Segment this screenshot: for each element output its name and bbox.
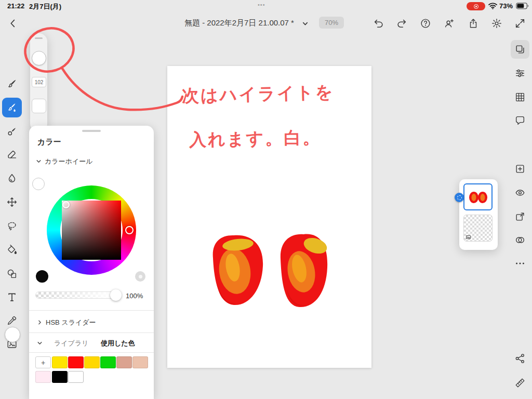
title-dropdown-chevron[interactable] — [301, 20, 309, 28]
hsb-section-chevron-right-icon[interactable] — [36, 319, 43, 326]
share-icon[interactable] — [467, 17, 480, 30]
battery-icon — [516, 3, 529, 9]
grid-icon[interactable] — [511, 88, 529, 107]
swatch-section-chevron-down-icon[interactable] — [36, 340, 43, 347]
white-color-chip[interactable] — [32, 178, 45, 190]
right-toolbar — [507, 34, 532, 398]
account-icon[interactable] — [442, 17, 456, 30]
opacity-value: 100% — [126, 292, 143, 300]
collaborate-icon[interactable] — [511, 349, 529, 368]
screen-record-icon[interactable] — [467, 2, 485, 10]
tab-used-colors[interactable]: 使用した色 — [101, 339, 135, 348]
tab-library[interactable]: ライブラリ — [54, 339, 89, 348]
smudge-tool[interactable] — [2, 168, 22, 188]
eraser-tool[interactable] — [2, 144, 22, 164]
color-panel: カラー カラーホイール 100% HSB スライダー ライブラ — [29, 126, 154, 399]
swatch[interactable] — [132, 356, 148, 368]
strip-drag-handle[interactable] — [35, 37, 43, 39]
more-options-icon[interactable] — [511, 254, 529, 273]
hue-marker[interactable] — [125, 226, 134, 234]
swatch[interactable] — [35, 371, 51, 383]
artboard[interactable]: 次はハイライトを 入れます。白。 — [167, 66, 371, 368]
hsb-section-label[interactable]: HSB スライダー — [46, 318, 96, 327]
shapes-tool[interactable] — [2, 264, 22, 284]
panel-drag-handle[interactable] — [82, 130, 101, 132]
layers-panel — [459, 179, 498, 250]
tool-options-strip: 102 — [30, 33, 47, 132]
wheel-section-chevron-down-icon[interactable] — [35, 158, 42, 165]
swatch[interactable] — [52, 371, 68, 383]
transform-tool[interactable] — [2, 192, 22, 212]
ruler-icon[interactable] — [511, 374, 529, 392]
layer-thumbnail-background[interactable] — [463, 215, 493, 242]
zoom-badge[interactable]: 70% — [319, 17, 344, 29]
fullscreen-icon[interactable] — [513, 17, 527, 30]
adjustments-icon[interactable] — [511, 64, 529, 83]
add-layer-icon[interactable] — [511, 159, 529, 178]
redo-icon[interactable] — [395, 17, 408, 30]
sb-marker[interactable] — [62, 201, 70, 208]
swatch[interactable] — [116, 356, 132, 368]
visibility-eye-icon[interactable] — [511, 183, 529, 202]
status-time: 21:22 — [7, 2, 24, 10]
wheel-section-label[interactable]: カラーホイール — [45, 157, 93, 166]
no-color-chip[interactable] — [135, 271, 145, 282]
color-panel-title: カラー — [37, 137, 61, 147]
opacity-slider-knob[interactable] — [110, 289, 122, 301]
mixer-brush-tool[interactable] — [2, 122, 22, 141]
help-icon[interactable] — [419, 17, 432, 30]
saturation-brightness-square[interactable] — [62, 201, 121, 260]
opacity-slider-track[interactable] — [35, 291, 122, 299]
settings-gear-icon[interactable] — [490, 17, 503, 30]
wifi-icon — [488, 3, 497, 9]
left-toolbar — [0, 34, 25, 398]
swatch[interactable] — [68, 356, 84, 368]
divider — [29, 310, 154, 311]
document-title[interactable]: 無題 - 2022年2月7日 21.00.07 * — [184, 18, 294, 28]
brush-size-label: 102 — [35, 79, 44, 85]
brush-preview-swatch[interactable] — [32, 99, 46, 113]
divider — [29, 352, 154, 353]
background-layer-icon — [466, 234, 471, 240]
black-color-chip[interactable] — [36, 270, 48, 283]
painted-apples — [167, 66, 371, 368]
back-chevron[interactable] — [6, 17, 20, 30]
blend-mode-icon[interactable] — [511, 231, 529, 249]
battery-percent: 73% — [499, 2, 513, 10]
brush-size-value[interactable]: 102 — [32, 77, 46, 87]
header-toolbar: 無題 - 2022年2月7日 21.00.07 * 70% — [0, 12, 532, 34]
add-swatch-button[interactable]: + — [35, 356, 51, 368]
status-date: 2月7日(月) — [29, 2, 61, 11]
fresco-app: 21:22 2月7日(月) ••• 73% 無題 - 2022年2月7日 21.… — [0, 0, 532, 399]
status-center-dots: ••• — [258, 2, 265, 8]
swatch[interactable] — [52, 356, 68, 368]
color-puck[interactable] — [5, 327, 20, 342]
brush-size-control[interactable] — [32, 51, 46, 65]
live-brush-tool[interactable] — [2, 98, 22, 117]
status-bar: 21:22 2月7日(月) ••• 73% — [0, 0, 532, 12]
lasso-select-tool[interactable] — [2, 216, 22, 236]
fill-tool[interactable] — [2, 240, 22, 260]
layer-thumbnail-selected[interactable] — [463, 183, 493, 210]
divider — [29, 332, 154, 333]
text-tool[interactable] — [2, 287, 22, 307]
paint-brush-tool[interactable] — [2, 74, 22, 94]
swatch[interactable] — [100, 356, 116, 368]
layers-icon[interactable] — [511, 40, 529, 59]
swatch[interactable] — [68, 371, 84, 383]
undo-icon[interactable] — [372, 17, 385, 30]
layer-transform-icon[interactable] — [511, 207, 529, 226]
comment-icon[interactable] — [511, 111, 529, 130]
swatch[interactable] — [84, 356, 100, 368]
annotation-arrow — [62, 69, 182, 110]
layer-selected-badge[interactable] — [455, 193, 464, 202]
